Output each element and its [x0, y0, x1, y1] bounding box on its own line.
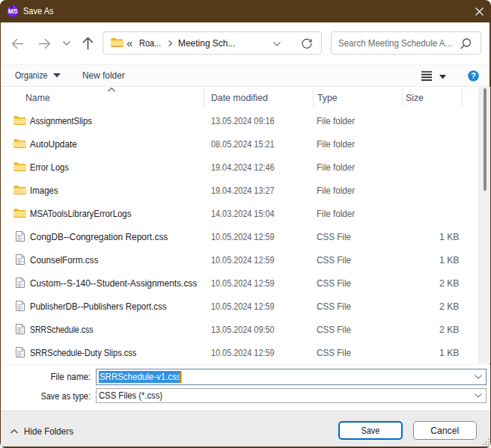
svg-text:?: ?: [471, 71, 476, 80]
svg-text:MS: MS: [8, 7, 18, 15]
